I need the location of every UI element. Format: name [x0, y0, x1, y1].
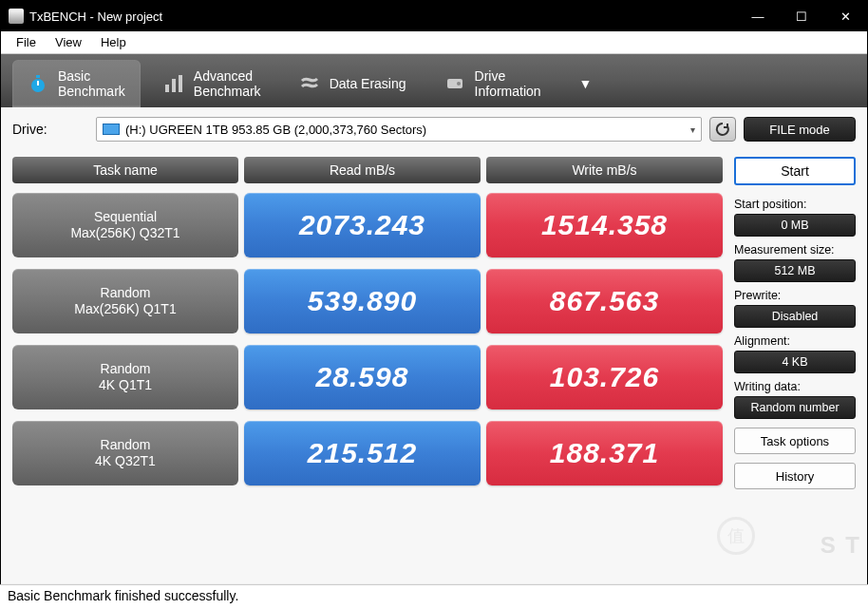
tab-label: AdvancedBenchmark: [194, 68, 261, 99]
bars-icon: [163, 73, 184, 94]
content-area: Drive: (H:) UGREEN 1TB 953.85 GB (2,000,…: [1, 107, 867, 583]
write-value: 867.563: [486, 269, 723, 333]
erase-icon: [299, 73, 320, 94]
read-value: 28.598: [244, 345, 481, 409]
minimize-button[interactable]: —: [736, 1, 780, 31]
drive-icon: [444, 73, 465, 94]
measurement-size-value[interactable]: 512 MB: [734, 259, 856, 282]
tab-label: BasicBenchmark: [58, 68, 125, 99]
test-sequential[interactable]: SequentialMax(256K) Q32T1: [12, 193, 238, 257]
title-bar: TxBENCH - New project — ☐ ✕: [1, 1, 867, 31]
tab-advanced-benchmark[interactable]: AdvancedBenchmark: [148, 60, 276, 107]
tab-label: DriveInformation: [475, 68, 541, 99]
table-row: RandomMax(256K) Q1T1 539.890 867.563: [12, 269, 723, 333]
svg-rect-5: [179, 75, 182, 92]
drive-select[interactable]: (H:) UGREEN 1TB 953.85 GB (2,000,373,760…: [96, 117, 702, 142]
chevron-down-icon: ▾: [690, 124, 695, 135]
window-title: TxBENCH - New project: [29, 10, 736, 24]
read-value: 539.890: [244, 269, 481, 333]
table-row: Random4K Q1T1 28.598 103.726: [12, 345, 723, 409]
test-random-4k-q32[interactable]: Random4K Q32T1: [12, 421, 238, 485]
history-button[interactable]: History: [734, 463, 856, 489]
measurement-size-label: Measurement size:: [734, 243, 856, 257]
read-value: 2073.243: [244, 193, 481, 257]
drive-icon: [103, 124, 120, 135]
drive-label: Drive:: [12, 122, 88, 137]
drive-select-value: (H:) UGREEN 1TB 953.85 GB (2,000,373,760…: [125, 123, 426, 137]
write-value: 1514.358: [486, 193, 723, 257]
start-position-value[interactable]: 0 MB: [734, 214, 856, 237]
svg-rect-4: [172, 79, 176, 92]
tab-drive-information[interactable]: DriveInformation: [429, 60, 557, 107]
watermark-icon: 值: [717, 517, 755, 555]
app-icon: [9, 9, 24, 24]
start-position-label: Start position:: [734, 198, 856, 211]
prewrite-label: Prewrite:: [734, 289, 856, 302]
maximize-button[interactable]: ☐: [780, 1, 823, 31]
header-read: Read mB/s: [244, 157, 481, 183]
test-random-max[interactable]: RandomMax(256K) Q1T1: [12, 269, 238, 333]
results-table: Task name Read mB/s Write mB/s Sequentia…: [12, 157, 723, 497]
status-bar: Basic Benchmark finished successfully.: [0, 584, 868, 609]
refresh-button[interactable]: [709, 117, 736, 142]
writing-data-value[interactable]: Random number: [734, 396, 856, 419]
alignment-value[interactable]: 4 KB: [734, 351, 856, 373]
menu-help[interactable]: Help: [91, 33, 136, 51]
alignment-label: Alignment:: [734, 334, 856, 348]
drive-row: Drive: (H:) UGREEN 1TB 953.85 GB (2,000,…: [12, 117, 856, 142]
status-text: Basic Benchmark finished successfully.: [8, 588, 238, 603]
prewrite-value[interactable]: Disabled: [734, 305, 856, 328]
write-value: 103.726: [486, 345, 723, 409]
side-panel: Start Start position: 0 MB Measurement s…: [734, 157, 856, 497]
menu-view[interactable]: View: [46, 33, 91, 51]
writing-data-label: Writing data:: [734, 380, 856, 393]
tab-data-erasing[interactable]: Data Erasing: [284, 60, 422, 107]
svg-rect-1: [36, 75, 40, 78]
stopwatch-icon: [28, 73, 48, 94]
svg-point-7: [457, 82, 461, 86]
menu-bar: File View Help: [1, 31, 867, 54]
svg-rect-3: [165, 85, 169, 92]
menu-file[interactable]: File: [7, 33, 46, 51]
task-options-button[interactable]: Task options: [734, 428, 856, 454]
close-button[interactable]: ✕: [823, 1, 867, 31]
start-button[interactable]: Start: [734, 157, 856, 185]
file-mode-button[interactable]: FILE mode: [744, 117, 856, 142]
header-task-name: Task name: [12, 157, 238, 183]
header-write: Write mB/s: [486, 157, 723, 183]
tab-label: Data Erasing: [330, 76, 406, 91]
tab-basic-benchmark[interactable]: BasicBenchmark: [12, 60, 141, 107]
test-random-4k-q1[interactable]: Random4K Q1T1: [12, 345, 238, 409]
tab-bar: BasicBenchmark AdvancedBenchmark Data Er…: [1, 54, 867, 107]
write-value: 188.371: [486, 421, 723, 485]
tab-overflow-button[interactable]: ▼: [564, 60, 608, 107]
watermark-text: S T: [821, 532, 861, 559]
table-row: SequentialMax(256K) Q32T1 2073.243 1514.…: [12, 193, 723, 257]
read-value: 215.512: [244, 421, 481, 485]
table-row: Random4K Q32T1 215.512 188.371: [12, 421, 723, 485]
